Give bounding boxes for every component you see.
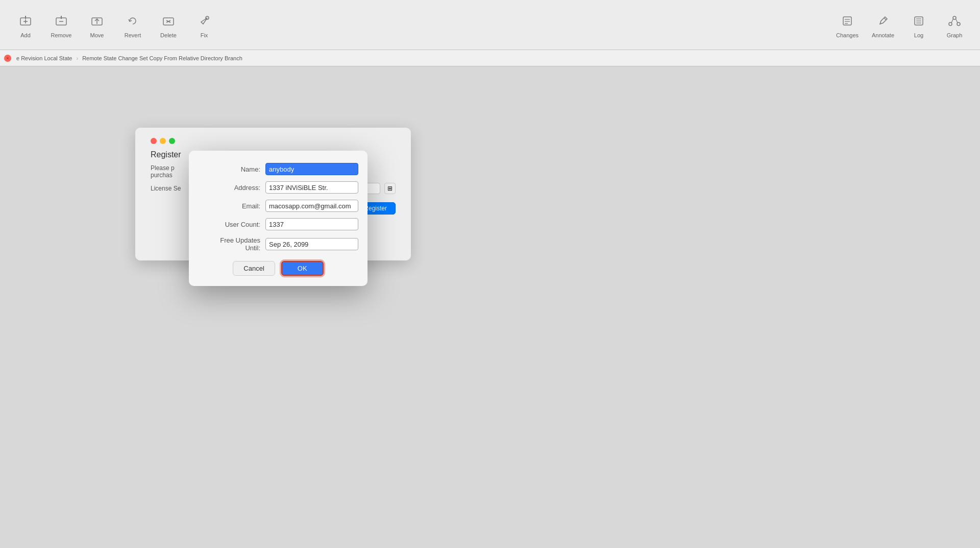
move-icon [88, 12, 106, 30]
freeupdates-label: Free Updates Until: [204, 236, 260, 252]
annotate-icon [874, 12, 892, 30]
usercount-input[interactable] [265, 218, 358, 230]
address-input[interactable] [265, 181, 358, 194]
add-label: Add [20, 32, 31, 38]
toolbar: Add Remove Move Revert [0, 0, 980, 50]
email-input[interactable] [265, 200, 358, 212]
annotate-label: Annotate [872, 32, 894, 38]
toolbar-item-changes[interactable]: Changes [832, 12, 863, 38]
tabbar: × e Revision Local State › Remote State … [0, 50, 980, 66]
dialog-row-address: Address: [204, 181, 352, 194]
window-control-dots [151, 138, 396, 144]
changes-label: Changes [836, 32, 859, 38]
tab-item-0[interactable]: e Revision Local State [16, 55, 72, 61]
toolbar-item-move[interactable]: Move [82, 12, 112, 38]
fix-icon [195, 12, 213, 30]
name-input[interactable] [265, 163, 358, 175]
svg-point-23 [949, 22, 952, 26]
maximize-dot[interactable] [169, 138, 175, 144]
toolbar-item-revert[interactable]: Revert [117, 12, 148, 38]
toolbar-item-graph[interactable]: Graph [939, 12, 970, 38]
svg-point-22 [953, 16, 956, 19]
fix-label: Fix [201, 32, 208, 38]
toolbar-item-add[interactable]: Add [10, 12, 41, 38]
license-dialog: Name: Address: Email: User Count: Free U… [189, 151, 368, 286]
log-icon [910, 12, 928, 30]
revert-label: Revert [125, 32, 141, 38]
svg-point-24 [957, 22, 960, 26]
svg-line-26 [956, 19, 958, 23]
remove-icon [52, 12, 70, 30]
toolbar-item-delete[interactable]: Delete [153, 12, 184, 38]
usercount-label: User Count: [204, 221, 260, 228]
dialog-row-email: Email: [204, 200, 352, 212]
email-label: Email: [204, 202, 260, 210]
move-label: Move [90, 32, 104, 38]
toolbar-item-annotate[interactable]: Annotate [868, 12, 898, 38]
dialog-row-usercount: User Count: [204, 218, 352, 230]
svg-line-17 [884, 18, 886, 20]
dialog-row-freeupdates: Free Updates Until: [204, 236, 352, 252]
add-icon [16, 12, 35, 30]
ok-button[interactable]: OK [281, 261, 324, 276]
changes-icon [838, 12, 856, 30]
tab-item-1[interactable]: Remote State Change Set Copy From Relati… [82, 55, 242, 61]
license-browse-button[interactable]: ⊞ [384, 183, 396, 194]
cancel-button[interactable]: Cancel [233, 261, 275, 276]
minimize-dot[interactable] [160, 138, 166, 144]
tab-close-button[interactable]: × [4, 55, 11, 62]
dialog-row-name: Name: [204, 163, 352, 175]
dialog-buttons: Cancel OK [204, 261, 352, 276]
toolbar-item-fix[interactable]: Fix [189, 12, 219, 38]
name-label: Name: [204, 165, 260, 173]
close-dot[interactable] [151, 138, 157, 144]
remove-label: Remove [51, 32, 72, 38]
delete-icon [159, 12, 178, 30]
svg-line-25 [951, 19, 953, 23]
graph-icon [945, 12, 964, 30]
revert-icon [124, 12, 142, 30]
tab-separator: › [76, 55, 78, 61]
toolbar-item-log[interactable]: Log [903, 12, 934, 38]
delete-label: Delete [160, 32, 177, 38]
license-label: License Se [151, 185, 191, 192]
address-label: Address: [204, 184, 260, 192]
toolbar-item-remove[interactable]: Remove [46, 12, 77, 38]
freeupdates-input[interactable] [265, 238, 358, 250]
graph-label: Graph [947, 32, 963, 38]
log-label: Log [914, 32, 923, 38]
